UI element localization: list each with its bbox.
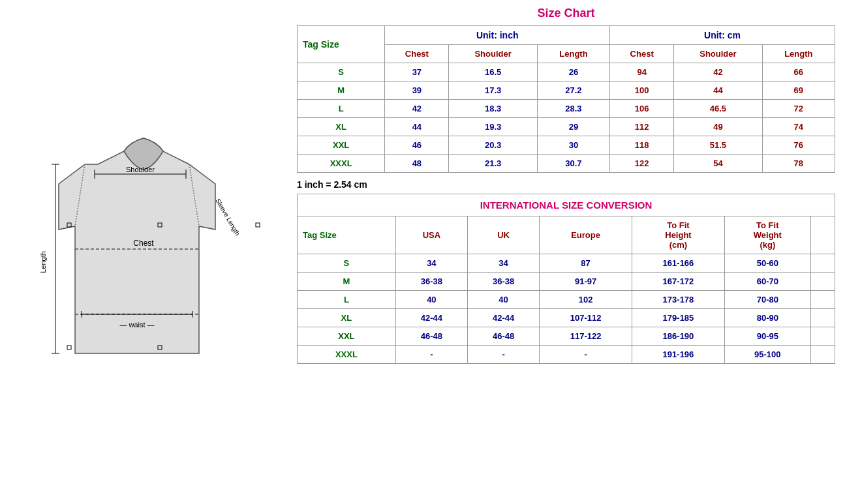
inch-length-header: Length — [537, 45, 609, 63]
size-chart-row: L 42 18.3 28.3 106 46.5 72 — [298, 100, 835, 118]
cm-chest-cell: 94 — [610, 63, 674, 82]
conv-uk-cell: 36-38 — [467, 273, 539, 291]
inch-chest-cell: 39 — [385, 82, 449, 100]
conv-weight-cell: 60-70 — [724, 273, 810, 291]
cm-chest-header: Chest — [610, 45, 674, 63]
tag-size-cell: XXXL — [298, 155, 385, 173]
inch-length-cell: 28.3 — [537, 100, 609, 118]
conversion-row: XXL 46-48 46-48 117-122 186-190 90-95 — [298, 327, 835, 346]
conversion-title: INTERNATIONAL SIZE CONVERSION — [298, 194, 835, 216]
svg-rect-14 — [67, 346, 71, 349]
inch-shoulder-cell: 19.3 — [449, 118, 537, 136]
conv-usa-cell: 34 — [395, 254, 467, 273]
conv-uk-cell: 46-48 — [467, 327, 539, 346]
conv-height-cell: 186-190 — [632, 327, 725, 346]
conv-usa-cell: 40 — [395, 291, 467, 309]
right-panel: Size Chart Tag Size Unit: inch Unit: cm … — [287, 0, 845, 377]
conv-tag-cell: L — [298, 291, 396, 309]
cm-length-cell: 66 — [762, 63, 835, 82]
conv-empty-cell — [810, 309, 835, 327]
conv-height-cell: 173-178 — [632, 291, 725, 309]
cm-length-cell: 72 — [762, 100, 835, 118]
conv-europe-header: Europe — [540, 216, 632, 254]
tag-size-cell: XL — [298, 118, 385, 136]
conv-height-cell: 161-166 — [632, 254, 725, 273]
conv-uk-cell: - — [467, 346, 539, 364]
conv-weight-cell: 80-90 — [724, 309, 810, 327]
inch-shoulder-cell: 21.3 — [449, 155, 537, 173]
inch-length-cell: 27.2 — [537, 82, 609, 100]
svg-rect-17 — [256, 223, 260, 227]
inch-chest-cell: 48 — [385, 155, 449, 173]
conv-europe-cell: 91-97 — [540, 273, 632, 291]
conv-usa-cell: 36-38 — [395, 273, 467, 291]
inch-shoulder-cell: 16.5 — [449, 63, 537, 82]
size-chart-title: Size Chart — [297, 7, 835, 20]
inch-chest-cell: 44 — [385, 118, 449, 136]
conv-europe-cell: - — [540, 346, 632, 364]
conv-weight-cell: 95-100 — [724, 346, 810, 364]
cm-shoulder-cell: 46.5 — [674, 100, 762, 118]
shoulder-label: Shoulder — [126, 166, 155, 173]
size-chart-table: Tag Size Unit: inch Unit: cm Chest Shoul… — [297, 25, 835, 173]
cm-chest-cell: 122 — [610, 155, 674, 173]
conv-height-cell: 167-172 — [632, 273, 725, 291]
conv-uk-header: UK — [467, 216, 539, 254]
inch-chest-cell: 42 — [385, 100, 449, 118]
conv-empty-cell — [810, 327, 835, 346]
inch-chest-cell: 37 — [385, 63, 449, 82]
conv-usa-header: USA — [395, 216, 467, 254]
inch-chest-header: Chest — [385, 45, 449, 63]
conv-weight-cell: 90-95 — [724, 327, 810, 346]
cm-chest-cell: 100 — [610, 82, 674, 100]
cm-shoulder-cell: 49 — [674, 118, 762, 136]
conv-europe-cell: 107-112 — [540, 309, 632, 327]
cm-length-header: Length — [762, 45, 835, 63]
cm-chest-cell: 118 — [610, 136, 674, 155]
conversion-note: 1 inch = 2.54 cm — [297, 179, 835, 190]
conv-empty-cell — [810, 254, 835, 273]
conv-weight-cell: 50-60 — [724, 254, 810, 273]
conv-weight-header: To FitWeight(kg) — [724, 216, 810, 254]
conversion-row: XL 42-44 42-44 107-112 179-185 80-90 — [298, 309, 835, 327]
conv-height-cell: 179-185 — [632, 309, 725, 327]
conv-uk-cell: 42-44 — [467, 309, 539, 327]
conv-empty-header — [810, 216, 835, 254]
unit-cm-header: Unit: cm — [610, 26, 835, 45]
conv-europe-cell: 117-122 — [540, 327, 632, 346]
conv-tag-cell: XXL — [298, 327, 396, 346]
cm-shoulder-header: Shoulder — [674, 45, 762, 63]
conv-tag-cell: XXXL — [298, 346, 396, 364]
cm-length-cell: 69 — [762, 82, 835, 100]
conv-empty-cell — [810, 291, 835, 309]
tshirt-diagram: Shoulder Sleeve Length Length Chest — wa… — [23, 99, 264, 406]
inch-length-cell: 30.7 — [537, 155, 609, 173]
diagram-panel: Shoulder Sleeve Length Length Chest — wa… — [0, 0, 287, 504]
cm-chest-cell: 112 — [610, 118, 674, 136]
conv-weight-cell: 70-80 — [724, 291, 810, 309]
conv-height-header: To FitHeight(cm) — [632, 216, 725, 254]
conv-tag-cell: M — [298, 273, 396, 291]
cm-shoulder-cell: 54 — [674, 155, 762, 173]
waist-label: — waist — — [119, 321, 154, 329]
tag-size-cell: S — [298, 63, 385, 82]
conversion-row: S 34 34 87 161-166 50-60 — [298, 254, 835, 273]
conv-tag-cell: XL — [298, 309, 396, 327]
inch-shoulder-cell: 20.3 — [449, 136, 537, 155]
inch-shoulder-cell: 18.3 — [449, 100, 537, 118]
cm-length-cell: 76 — [762, 136, 835, 155]
tag-size-cell: XXL — [298, 136, 385, 155]
conv-tag-size-header: Tag Size — [298, 216, 396, 254]
inch-shoulder-cell: 17.3 — [449, 82, 537, 100]
inch-chest-cell: 46 — [385, 136, 449, 155]
conversion-row: XXXL - - - 191-196 95-100 — [298, 346, 835, 364]
inch-length-cell: 26 — [537, 63, 609, 82]
conv-uk-cell: 40 — [467, 291, 539, 309]
size-chart-row: M 39 17.3 27.2 100 44 69 — [298, 82, 835, 100]
tag-size-cell: M — [298, 82, 385, 100]
conv-usa-cell: 46-48 — [395, 327, 467, 346]
cm-length-cell: 74 — [762, 118, 835, 136]
sleeve-length-label: Sleeve Length — [214, 197, 241, 237]
conv-uk-cell: 34 — [467, 254, 539, 273]
inch-shoulder-header: Shoulder — [449, 45, 537, 63]
